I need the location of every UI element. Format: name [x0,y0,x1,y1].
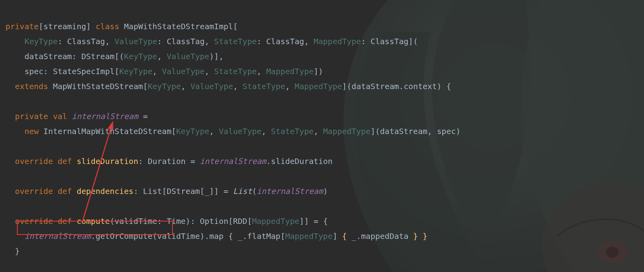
code-line-2: KeyType: ClassTag, ValueType: ClassTag, … [6,37,418,46]
code-line-11 [6,171,10,181]
code-line-12: override def dependencies: List[DStream[… [6,186,328,196]
code-line-9 [6,142,10,151]
code-line-7: private val internalStream = [6,112,148,121]
code-editor[interactable]: private[streaming] class MapWithStateDSt… [0,0,644,263]
code-line-14: override def compute(validTime: Time): O… [6,216,328,226]
code-line-16: } [6,246,20,256]
code-line-6 [6,97,10,106]
code-line-13 [6,201,10,211]
code-line-4: spec: StateSpecImpl[KeyType, ValueType, … [6,67,323,76]
code-line-1: private[streaming] class MapWithStateDSt… [6,22,238,31]
code-line-15: internalStream.getOrCompute(validTime).m… [6,231,427,241]
code-line-10: override def slideDuration: Duration = i… [6,156,333,166]
code-line-5: extends MapWithStateDStream[KeyType, Val… [6,82,451,91]
code-line-3: dataStream: DStream[(KeyType, ValueType)… [6,52,224,61]
code-line-8: new InternalMapWithStateDStream[KeyType,… [6,127,461,136]
